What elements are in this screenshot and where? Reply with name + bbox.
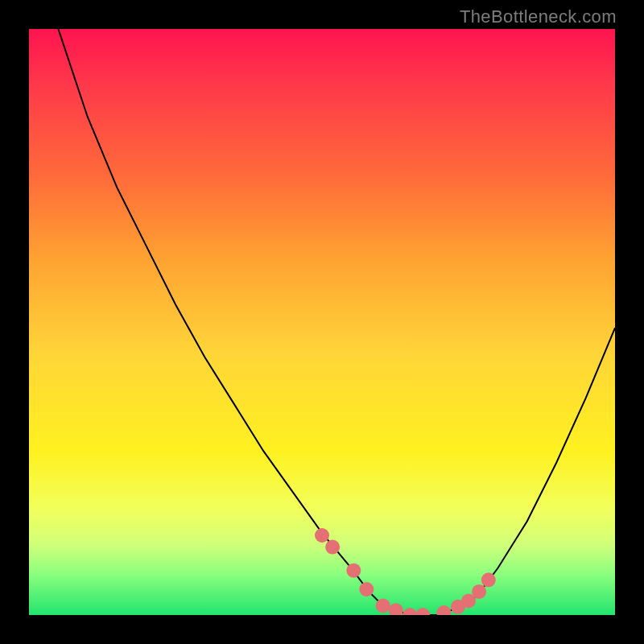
watermark-text: TheBottleneck.com [460,6,617,27]
marker-dot [389,603,403,615]
marker-dot [415,608,430,615]
curve-layer [29,29,615,615]
marker-dot [472,584,486,599]
marker-dot [325,540,340,555]
marker-dot [315,528,329,543]
marker-dot [359,582,374,597]
chart-stage: TheBottleneck.com [0,0,644,644]
marker-dot [436,605,451,615]
marker-dot [481,572,496,587]
marker-dot [402,608,417,615]
marker-dot [376,598,390,613]
plot-area [29,29,615,615]
marker-group [315,528,496,615]
marker-dot [346,564,361,578]
bottleneck-curve [29,29,615,615]
